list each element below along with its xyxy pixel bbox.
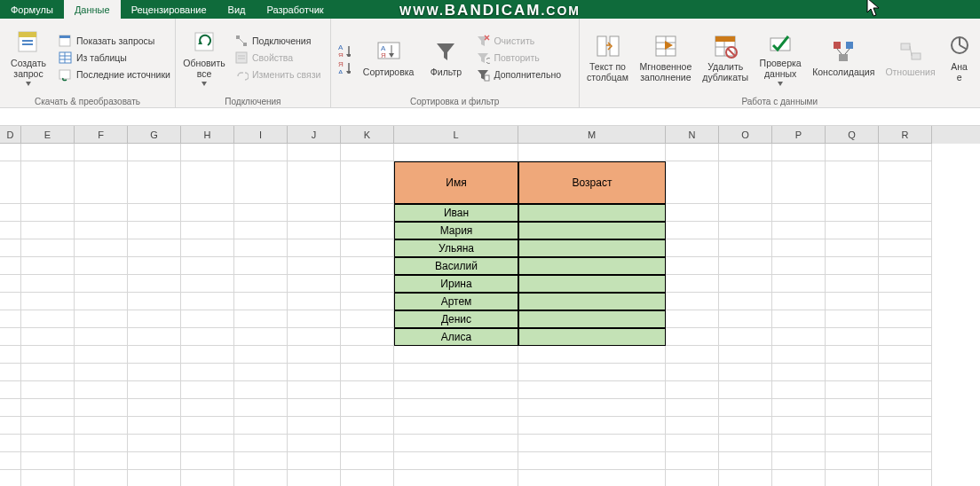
- cell[interactable]: [288, 161, 341, 204]
- cell[interactable]: [0, 470, 21, 486]
- cell[interactable]: [719, 239, 772, 257]
- cell[interactable]: [0, 364, 21, 381]
- cell[interactable]: [719, 275, 772, 293]
- cell[interactable]: [518, 239, 666, 257]
- cell[interactable]: [772, 470, 826, 486]
- cell[interactable]: Денис: [394, 310, 518, 328]
- cell[interactable]: [128, 381, 181, 399]
- cell[interactable]: [826, 346, 879, 364]
- cell[interactable]: [0, 328, 21, 346]
- cell[interactable]: [518, 310, 666, 328]
- cell[interactable]: [518, 204, 666, 222]
- cell[interactable]: [879, 222, 932, 239]
- cell[interactable]: [234, 346, 288, 364]
- remove-duplicates-button[interactable]: Удалить дубликаты: [699, 31, 752, 84]
- edit-links-button[interactable]: Изменить связи: [233, 67, 322, 82]
- cell[interactable]: [234, 222, 288, 239]
- cell[interactable]: [0, 346, 21, 364]
- cell[interactable]: [719, 399, 772, 417]
- cell[interactable]: [288, 346, 341, 364]
- cell[interactable]: [21, 204, 75, 222]
- cell[interactable]: [75, 470, 128, 486]
- cell[interactable]: [0, 144, 21, 161]
- tab-formulas[interactable]: Формулы: [0, 0, 64, 19]
- cell[interactable]: [666, 204, 719, 222]
- cell[interactable]: [21, 222, 75, 239]
- cell[interactable]: [75, 328, 128, 346]
- col-header[interactable]: O: [719, 126, 772, 144]
- cell[interactable]: [21, 470, 75, 486]
- cell[interactable]: [288, 293, 341, 310]
- cell[interactable]: [772, 239, 826, 257]
- col-header[interactable]: M: [518, 126, 666, 144]
- cell[interactable]: [181, 293, 234, 310]
- show-queries-button[interactable]: Показать запросы: [57, 33, 172, 49]
- cell[interactable]: [341, 346, 394, 364]
- tab-developer[interactable]: Разработчик: [256, 0, 334, 19]
- cell[interactable]: [181, 435, 234, 452]
- cell[interactable]: [394, 399, 518, 417]
- analysis-button[interactable]: Ана е: [943, 31, 976, 84]
- cell[interactable]: [288, 275, 341, 293]
- cell[interactable]: [288, 435, 341, 452]
- consolidate-button[interactable]: Консолидация: [809, 36, 878, 79]
- cell[interactable]: [772, 204, 826, 222]
- cell[interactable]: [181, 310, 234, 328]
- sort-desc-button[interactable]: ЯА: [335, 59, 352, 74]
- cell[interactable]: [826, 364, 879, 381]
- cell[interactable]: [0, 222, 21, 239]
- cell[interactable]: [666, 275, 719, 293]
- cell[interactable]: [879, 257, 932, 275]
- cell[interactable]: [288, 381, 341, 399]
- cell[interactable]: [518, 222, 666, 239]
- cell[interactable]: [772, 435, 826, 452]
- cell[interactable]: [826, 381, 879, 399]
- cell[interactable]: [234, 161, 288, 204]
- cell[interactable]: [181, 239, 234, 257]
- cell[interactable]: [666, 381, 719, 399]
- cell[interactable]: [826, 470, 879, 486]
- cell[interactable]: [826, 222, 879, 239]
- cell[interactable]: [772, 346, 826, 364]
- cell[interactable]: [394, 417, 518, 435]
- cell[interactable]: [719, 364, 772, 381]
- cell[interactable]: [128, 144, 181, 161]
- cell[interactable]: [288, 328, 341, 346]
- cell[interactable]: [341, 364, 394, 381]
- cell[interactable]: [75, 310, 128, 328]
- cell[interactable]: [21, 399, 75, 417]
- cell[interactable]: [666, 328, 719, 346]
- cell[interactable]: [0, 204, 21, 222]
- cell[interactable]: [341, 417, 394, 435]
- cell[interactable]: [21, 417, 75, 435]
- connections-button[interactable]: Подключения: [233, 33, 322, 49]
- cell[interactable]: [518, 364, 666, 381]
- cell[interactable]: [128, 364, 181, 381]
- cell[interactable]: [341, 239, 394, 257]
- col-header[interactable]: Q: [826, 126, 879, 144]
- cell[interactable]: [772, 275, 826, 293]
- cell[interactable]: [719, 222, 772, 239]
- cell[interactable]: [0, 239, 21, 257]
- cell[interactable]: [0, 399, 21, 417]
- cell[interactable]: Алиса: [394, 328, 518, 346]
- flash-fill-button[interactable]: Мгновенное заполнение: [636, 31, 696, 84]
- cell[interactable]: [341, 222, 394, 239]
- cell[interactable]: [0, 257, 21, 275]
- cell[interactable]: [181, 144, 234, 161]
- cell[interactable]: [879, 328, 932, 346]
- cell[interactable]: [128, 239, 181, 257]
- cell[interactable]: [21, 161, 75, 204]
- cell[interactable]: [666, 435, 719, 452]
- cell[interactable]: [234, 364, 288, 381]
- cell[interactable]: [341, 310, 394, 328]
- cell[interactable]: [518, 381, 666, 399]
- cell[interactable]: [128, 222, 181, 239]
- cell[interactable]: [21, 144, 75, 161]
- cell[interactable]: [666, 257, 719, 275]
- cell[interactable]: [518, 328, 666, 346]
- cell[interactable]: [234, 328, 288, 346]
- col-header[interactable]: P: [772, 126, 826, 144]
- tab-data[interactable]: Данные: [64, 0, 121, 19]
- cell[interactable]: [394, 470, 518, 486]
